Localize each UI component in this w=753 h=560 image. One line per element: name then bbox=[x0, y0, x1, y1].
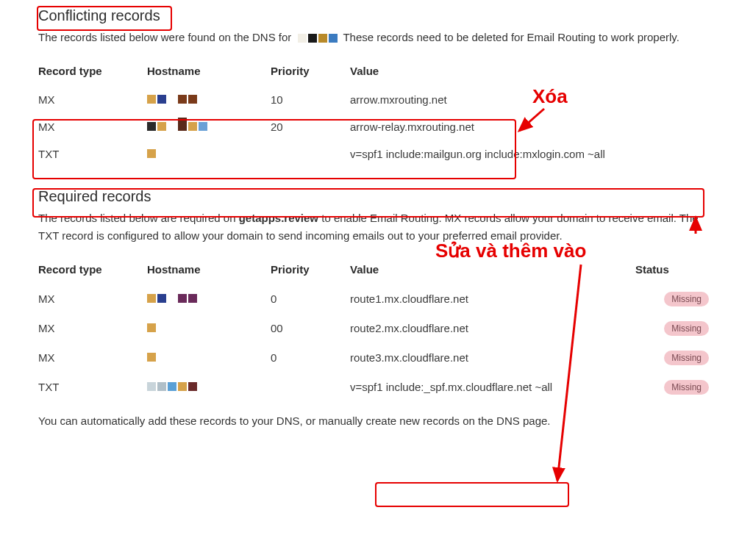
th-prio: Priority bbox=[271, 57, 350, 86]
txt-value-post: ~all bbox=[532, 381, 552, 393]
cell-value: v=spf1 include:mailgun.org include:mxlog… bbox=[350, 140, 715, 168]
table-row: MX 00 route2.mx.cloudflare.net Missing bbox=[38, 314, 715, 343]
cell-type: MX bbox=[38, 86, 147, 113]
status-badge: Missing bbox=[664, 321, 709, 336]
required-footnote: You can automatically add these records … bbox=[38, 412, 715, 429]
cell-prio: 0 bbox=[271, 284, 350, 314]
required-title: Required records bbox=[38, 188, 715, 205]
cell-status: Missing bbox=[635, 373, 715, 402]
required-desc: The records listed below are required on… bbox=[38, 209, 715, 244]
conflicting-title: Conflicting records bbox=[38, 7, 715, 24]
cell-type: MX bbox=[38, 314, 147, 343]
cell-host bbox=[147, 284, 271, 314]
table-header-row: Record type Hostname Priority Value bbox=[38, 57, 715, 86]
cell-host bbox=[147, 113, 271, 140]
cell-prio: 10 bbox=[271, 86, 350, 113]
cell-host bbox=[147, 140, 271, 168]
redacted-host-icon bbox=[147, 149, 156, 158]
table-row: MX 20 arrow-relay.mxrouting.net bbox=[38, 113, 715, 140]
redacted-host-icon bbox=[147, 294, 197, 303]
required-desc-bold: getapps.review bbox=[239, 212, 318, 224]
cell-value: v=spf1 include:_spf.mx.cloudflare.net ~a… bbox=[350, 373, 635, 402]
table-header-row: Record type Hostname Priority Value Stat… bbox=[38, 256, 715, 284]
cell-value: arrow-relay.mxrouting.net bbox=[350, 113, 715, 140]
redacted-host-icon bbox=[147, 353, 156, 362]
cell-status: Missing bbox=[635, 314, 715, 343]
cell-status: Missing bbox=[635, 284, 715, 314]
status-badge: Missing bbox=[664, 292, 709, 306]
status-badge: Missing bbox=[664, 351, 709, 365]
required-desc-pre: The records listed below are required on bbox=[38, 212, 239, 224]
txt-value-box: include:_spf.mx.cloudflare.net bbox=[386, 381, 532, 393]
th-status: Status bbox=[635, 256, 715, 284]
table-row: MX 10 arrow.mxrouting.net bbox=[38, 86, 715, 113]
th-type: Record type bbox=[38, 256, 147, 284]
cell-type: MX bbox=[38, 284, 147, 314]
cell-value: arrow.mxrouting.net bbox=[350, 86, 715, 113]
table-row: TXT v=spf1 include:_spf.mx.cloudflare.ne… bbox=[38, 373, 715, 402]
cell-host bbox=[147, 86, 271, 113]
cell-type: TXT bbox=[38, 373, 147, 402]
cell-value: route3.mx.cloudflare.net bbox=[350, 343, 635, 373]
table-row: TXT v=spf1 include:mailgun.org include:m… bbox=[38, 140, 715, 168]
th-value: Value bbox=[350, 256, 635, 284]
cell-value: route2.mx.cloudflare.net bbox=[350, 314, 635, 343]
cell-value: route1.mx.cloudflare.net bbox=[350, 284, 635, 314]
cell-prio: 20 bbox=[271, 113, 350, 140]
redacted-host-icon bbox=[147, 122, 207, 131]
redacted-host-icon bbox=[147, 382, 197, 391]
th-host: Hostname bbox=[147, 57, 271, 86]
th-host: Hostname bbox=[147, 256, 271, 284]
status-badge: Missing bbox=[664, 380, 709, 395]
cell-type: MX bbox=[38, 113, 147, 140]
anno-box-spf-include bbox=[375, 482, 569, 507]
cell-type: MX bbox=[38, 343, 147, 373]
cell-type: TXT bbox=[38, 140, 147, 168]
conflicting-desc-pre: The records listed below were found on t… bbox=[38, 31, 291, 43]
page: Conflicting records The records listed b… bbox=[0, 0, 753, 456]
cell-prio: 00 bbox=[271, 314, 350, 343]
table-row: MX 0 route1.mx.cloudflare.net Missing bbox=[38, 284, 715, 314]
cell-prio bbox=[271, 140, 350, 168]
cell-host bbox=[147, 373, 271, 402]
cell-host bbox=[147, 343, 271, 373]
conflicting-desc: The records listed below were found on t… bbox=[38, 29, 715, 46]
conflicting-table: Record type Hostname Priority Value MX 1… bbox=[38, 57, 715, 168]
th-type: Record type bbox=[38, 57, 147, 86]
redacted-host-icon bbox=[147, 95, 197, 104]
conflicting-desc-post: These records need to be deleted for Ema… bbox=[343, 31, 679, 43]
th-value: Value bbox=[350, 57, 715, 86]
table-row: MX 0 route3.mx.cloudflare.net Missing bbox=[38, 343, 715, 373]
cell-prio: 0 bbox=[271, 343, 350, 373]
th-prio: Priority bbox=[271, 256, 350, 284]
cell-host bbox=[147, 314, 271, 343]
txt-value-pre: v=spf1 bbox=[350, 381, 386, 393]
required-table: Record type Hostname Priority Value Stat… bbox=[38, 256, 715, 402]
redacted-host-icon bbox=[147, 323, 156, 332]
cell-status: Missing bbox=[635, 343, 715, 373]
cell-prio bbox=[271, 373, 350, 402]
redacted-domain-icon bbox=[298, 34, 338, 43]
